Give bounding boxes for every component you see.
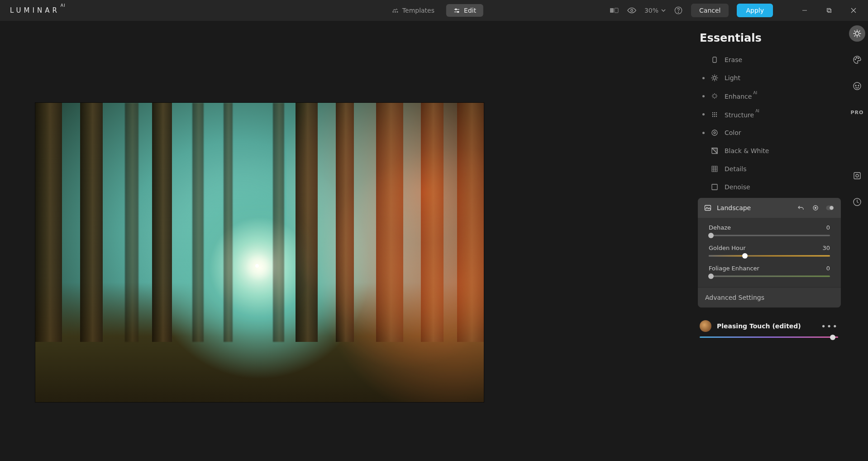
sliders-icon (453, 7, 460, 14)
cat-creative[interactable] (849, 52, 865, 68)
svg-point-66 (856, 174, 858, 177)
svg-point-50 (855, 32, 859, 35)
edit-label: Edit (464, 7, 476, 14)
dehaze-label: Dehaze (709, 224, 731, 231)
tool-light[interactable]: Light (698, 69, 841, 87)
modified-dot (702, 113, 705, 115)
svg-rect-17 (713, 57, 716, 62)
tool-details[interactable]: Details (698, 160, 841, 178)
tool-enhance[interactable]: EnhanceAI (698, 87, 841, 106)
svg-point-33 (712, 116, 713, 117)
svg-point-1 (395, 11, 396, 12)
template-amount-slider[interactable] (700, 336, 838, 338)
svg-line-23 (712, 76, 713, 77)
svg-line-26 (716, 76, 717, 77)
tool-color[interactable]: Color (698, 124, 841, 142)
window-minimize[interactable] (796, 3, 813, 18)
foliage-slider[interactable] (709, 274, 830, 279)
svg-point-11 (678, 12, 678, 12)
svg-point-36 (712, 130, 717, 135)
cat-pro[interactable]: PRO (849, 104, 865, 120)
svg-point-27 (712, 112, 713, 113)
svg-line-56 (859, 36, 860, 37)
svg-point-4 (455, 9, 457, 10)
dehaze-slider[interactable] (709, 233, 830, 238)
cat-essentials[interactable] (849, 25, 865, 42)
image-canvas[interactable] (35, 103, 484, 402)
applied-template-name: Pleasing Touch (edited) (717, 322, 816, 330)
ai-badge: AI (753, 91, 757, 95)
golden-hour-label: Golden Hour (709, 245, 746, 251)
cat-portrait[interactable] (849, 78, 865, 94)
compare-icon[interactable] (610, 6, 619, 15)
cancel-button[interactable]: Cancel (691, 4, 729, 17)
window-close[interactable] (845, 3, 862, 18)
svg-point-28 (714, 112, 715, 113)
apply-button[interactable]: Apply (737, 4, 773, 17)
help-icon[interactable] (674, 6, 683, 15)
window-maximize[interactable] (821, 3, 837, 18)
tool-denoise[interactable]: Denoise (698, 178, 841, 196)
panel-title: Essentials (700, 32, 841, 44)
svg-rect-44 (712, 184, 717, 190)
structure-icon (711, 111, 718, 118)
svg-rect-8 (615, 8, 618, 13)
svg-rect-65 (854, 173, 860, 179)
edit-tab[interactable]: Edit (446, 4, 483, 17)
undo-icon[interactable] (796, 203, 806, 212)
mask-icon[interactable] (811, 203, 820, 212)
tool-structure[interactable]: StructureAI (698, 106, 841, 124)
modified-dot (702, 132, 705, 134)
erase-icon (711, 56, 718, 63)
color-icon (711, 129, 718, 136)
templates-label: Templates (402, 7, 434, 14)
golden-hour-slider[interactable] (709, 253, 830, 259)
cat-history[interactable] (849, 194, 865, 210)
svg-point-47 (815, 207, 816, 209)
dehaze-value: 0 (826, 224, 830, 231)
svg-line-55 (854, 31, 855, 32)
svg-point-49 (830, 206, 834, 210)
svg-point-62 (854, 82, 861, 90)
svg-point-2 (397, 11, 398, 12)
zoom-dropdown[interactable]: 30% (644, 7, 666, 14)
svg-line-58 (859, 31, 860, 32)
svg-point-63 (855, 85, 856, 86)
zoom-value: 30% (644, 7, 658, 14)
advanced-settings[interactable]: Advanced Settings (698, 287, 841, 307)
visibility-toggle[interactable] (825, 203, 835, 212)
svg-rect-39 (712, 166, 717, 172)
preview-eye-icon[interactable] (627, 6, 636, 15)
tool-erase[interactable]: Erase (698, 51, 841, 69)
cat-composition[interactable] (849, 168, 865, 184)
tool-bw[interactable]: Black & White (698, 142, 841, 160)
tool-landscape-header[interactable]: Landscape (698, 198, 841, 218)
tool-landscape-panel: Landscape Dehaze 0 (698, 198, 841, 307)
app-logo: LUMINARAI (10, 6, 66, 14)
svg-rect-13 (827, 9, 830, 12)
svg-point-0 (393, 11, 394, 12)
svg-line-24 (716, 80, 717, 81)
svg-point-32 (716, 114, 717, 115)
details-icon (711, 165, 718, 173)
golden-hour-value: 30 (822, 245, 830, 251)
svg-point-31 (714, 114, 715, 115)
templates-icon (392, 7, 399, 14)
svg-rect-14 (828, 10, 831, 13)
foliage-value: 0 (826, 265, 830, 272)
denoise-icon (711, 183, 718, 191)
svg-point-37 (714, 132, 715, 134)
applied-template-thumb (700, 320, 711, 332)
svg-point-59 (855, 59, 856, 60)
svg-point-9 (631, 10, 633, 12)
bw-icon (711, 147, 718, 154)
applied-template-more[interactable]: ••• (821, 322, 838, 331)
light-icon (711, 74, 718, 82)
svg-rect-45 (705, 206, 711, 211)
svg-point-34 (714, 116, 715, 117)
svg-point-30 (712, 114, 713, 115)
svg-rect-7 (610, 8, 614, 13)
foliage-label: Foliage Enhancer (709, 265, 759, 272)
enhance-icon (711, 92, 718, 100)
templates-tab[interactable]: Templates (385, 4, 442, 17)
